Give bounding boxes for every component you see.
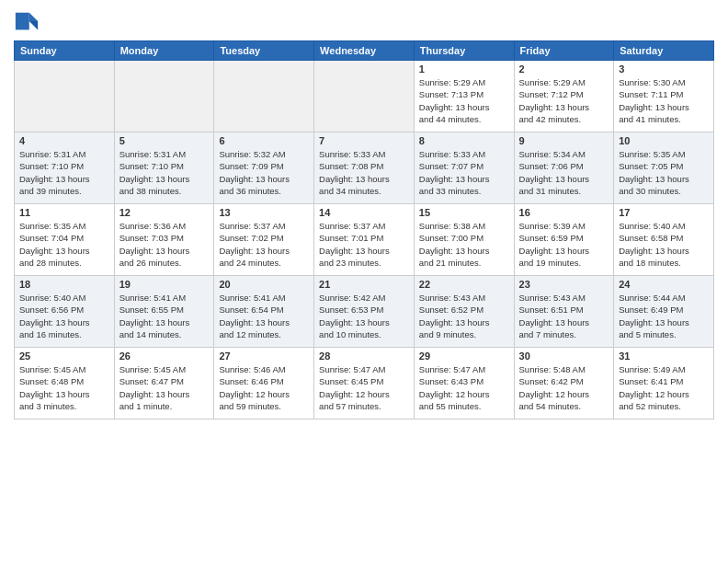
day-info: Sunrise: 5:29 AM Sunset: 7:12 PM Dayligh… (519, 76, 609, 125)
day-info: Sunrise: 5:42 AM Sunset: 6:53 PM Dayligh… (319, 292, 409, 340)
calendar-cell: 15Sunrise: 5:38 AM Sunset: 7:00 PM Dayli… (414, 204, 514, 276)
day-info: Sunrise: 5:29 AM Sunset: 7:13 PM Dayligh… (419, 76, 509, 125)
calendar-cell: 11Sunrise: 5:35 AM Sunset: 7:04 PM Dayli… (15, 204, 115, 276)
day-info: Sunrise: 5:37 AM Sunset: 7:01 PM Dayligh… (319, 220, 409, 269)
day-number: 14 (319, 207, 409, 218)
weekday-header-tuesday: Tuesday (214, 41, 314, 61)
calendar-cell: 4Sunrise: 5:31 AM Sunset: 7:10 PM Daylig… (15, 132, 115, 204)
calendar-cell: 7Sunrise: 5:33 AM Sunset: 7:08 PM Daylig… (314, 132, 415, 204)
day-info: Sunrise: 5:43 AM Sunset: 6:52 PM Dayligh… (419, 292, 509, 340)
day-info: Sunrise: 5:41 AM Sunset: 6:55 PM Dayligh… (119, 292, 210, 340)
day-info: Sunrise: 5:40 AM Sunset: 6:56 PM Dayligh… (19, 292, 109, 340)
day-info: Sunrise: 5:34 AM Sunset: 7:06 PM Dayligh… (519, 148, 609, 197)
calendar-cell: 6Sunrise: 5:32 AM Sunset: 7:09 PM Daylig… (214, 132, 314, 204)
svg-marker-0 (29, 13, 38, 21)
calendar-row-0: 1Sunrise: 5:29 AM Sunset: 7:13 PM Daylig… (15, 61, 714, 132)
calendar-cell (15, 61, 115, 132)
logo (14, 9, 43, 35)
day-number: 25 (19, 350, 109, 362)
day-number: 29 (419, 350, 509, 362)
calendar-header-row: SundayMondayTuesdayWednesdayThursdayFrid… (15, 41, 714, 61)
calendar-cell: 9Sunrise: 5:34 AM Sunset: 7:06 PM Daylig… (514, 132, 614, 204)
day-number: 12 (119, 207, 210, 218)
calendar-cell: 3Sunrise: 5:30 AM Sunset: 7:11 PM Daylig… (614, 61, 714, 132)
calendar-cell (214, 61, 314, 132)
day-number: 30 (519, 350, 609, 362)
logo-icon (14, 9, 40, 35)
calendar-cell: 23Sunrise: 5:43 AM Sunset: 6:51 PM Dayli… (514, 276, 614, 348)
weekday-header-saturday: Saturday (614, 41, 714, 61)
day-number: 21 (319, 279, 409, 290)
calendar-cell: 10Sunrise: 5:35 AM Sunset: 7:05 PM Dayli… (614, 132, 714, 204)
calendar-cell: 28Sunrise: 5:47 AM Sunset: 6:45 PM Dayli… (314, 348, 415, 419)
day-info: Sunrise: 5:36 AM Sunset: 7:03 PM Dayligh… (119, 220, 210, 269)
day-number: 18 (19, 279, 109, 290)
calendar-cell: 5Sunrise: 5:31 AM Sunset: 7:10 PM Daylig… (114, 132, 214, 204)
calendar-cell: 25Sunrise: 5:45 AM Sunset: 6:48 PM Dayli… (15, 348, 115, 419)
calendar: SundayMondayTuesdayWednesdayThursdayFrid… (14, 40, 714, 419)
day-info: Sunrise: 5:48 AM Sunset: 6:42 PM Dayligh… (519, 363, 609, 412)
day-number: 10 (619, 135, 709, 146)
calendar-cell: 22Sunrise: 5:43 AM Sunset: 6:52 PM Dayli… (414, 276, 514, 348)
calendar-cell: 30Sunrise: 5:48 AM Sunset: 6:42 PM Dayli… (514, 348, 614, 419)
calendar-cell: 17Sunrise: 5:40 AM Sunset: 6:58 PM Dayli… (614, 204, 714, 276)
day-number: 5 (119, 135, 210, 146)
day-number: 27 (219, 350, 309, 362)
day-number: 11 (19, 207, 109, 218)
day-info: Sunrise: 5:33 AM Sunset: 7:07 PM Dayligh… (419, 148, 509, 197)
calendar-cell: 8Sunrise: 5:33 AM Sunset: 7:07 PM Daylig… (414, 132, 514, 204)
svg-rect-2 (16, 13, 29, 30)
day-info: Sunrise: 5:31 AM Sunset: 7:10 PM Dayligh… (119, 148, 210, 197)
calendar-cell: 31Sunrise: 5:49 AM Sunset: 6:41 PM Dayli… (614, 348, 714, 419)
day-number: 26 (119, 350, 210, 362)
weekday-header-friday: Friday (514, 41, 614, 61)
day-number: 22 (419, 279, 509, 290)
day-number: 24 (619, 279, 709, 290)
page: SundayMondayTuesdayWednesdayThursdayFrid… (0, 0, 728, 563)
calendar-cell: 2Sunrise: 5:29 AM Sunset: 7:12 PM Daylig… (514, 61, 614, 132)
day-info: Sunrise: 5:32 AM Sunset: 7:09 PM Dayligh… (219, 148, 309, 197)
day-info: Sunrise: 5:45 AM Sunset: 6:47 PM Dayligh… (119, 363, 210, 412)
calendar-cell: 12Sunrise: 5:36 AM Sunset: 7:03 PM Dayli… (114, 204, 214, 276)
day-info: Sunrise: 5:31 AM Sunset: 7:10 PM Dayligh… (19, 148, 109, 197)
day-info: Sunrise: 5:47 AM Sunset: 6:43 PM Dayligh… (419, 363, 509, 412)
day-info: Sunrise: 5:49 AM Sunset: 6:41 PM Dayligh… (619, 363, 709, 412)
weekday-header-monday: Monday (114, 41, 214, 61)
day-number: 4 (19, 135, 109, 146)
day-info: Sunrise: 5:40 AM Sunset: 6:58 PM Dayligh… (619, 220, 709, 269)
day-number: 19 (119, 279, 210, 290)
calendar-cell: 16Sunrise: 5:39 AM Sunset: 6:59 PM Dayli… (514, 204, 614, 276)
weekday-header-wednesday: Wednesday (314, 41, 415, 61)
weekday-header-sunday: Sunday (15, 41, 115, 61)
calendar-cell (114, 61, 214, 132)
day-number: 9 (519, 135, 609, 146)
calendar-cell (314, 61, 415, 132)
day-number: 17 (619, 207, 709, 218)
day-number: 1 (419, 63, 509, 75)
header (14, 9, 714, 35)
calendar-cell: 24Sunrise: 5:44 AM Sunset: 6:49 PM Dayli… (614, 276, 714, 348)
svg-marker-1 (29, 21, 38, 29)
day-number: 13 (219, 207, 309, 218)
day-info: Sunrise: 5:35 AM Sunset: 7:05 PM Dayligh… (619, 148, 709, 197)
day-number: 31 (619, 350, 709, 362)
day-info: Sunrise: 5:37 AM Sunset: 7:02 PM Dayligh… (219, 220, 309, 269)
day-number: 6 (219, 135, 309, 146)
calendar-cell: 29Sunrise: 5:47 AM Sunset: 6:43 PM Dayli… (414, 348, 514, 419)
calendar-cell: 21Sunrise: 5:42 AM Sunset: 6:53 PM Dayli… (314, 276, 415, 348)
calendar-row-1: 4Sunrise: 5:31 AM Sunset: 7:10 PM Daylig… (15, 132, 714, 204)
day-info: Sunrise: 5:39 AM Sunset: 6:59 PM Dayligh… (519, 220, 609, 269)
calendar-cell: 18Sunrise: 5:40 AM Sunset: 6:56 PM Dayli… (15, 276, 115, 348)
day-info: Sunrise: 5:43 AM Sunset: 6:51 PM Dayligh… (519, 292, 609, 340)
day-info: Sunrise: 5:44 AM Sunset: 6:49 PM Dayligh… (619, 292, 709, 340)
calendar-row-2: 11Sunrise: 5:35 AM Sunset: 7:04 PM Dayli… (15, 204, 714, 276)
day-number: 15 (419, 207, 509, 218)
calendar-cell: 14Sunrise: 5:37 AM Sunset: 7:01 PM Dayli… (314, 204, 415, 276)
day-number: 2 (519, 63, 609, 75)
day-number: 8 (419, 135, 509, 146)
day-info: Sunrise: 5:46 AM Sunset: 6:46 PM Dayligh… (219, 363, 309, 412)
calendar-row-4: 25Sunrise: 5:45 AM Sunset: 6:48 PM Dayli… (15, 348, 714, 419)
day-info: Sunrise: 5:30 AM Sunset: 7:11 PM Dayligh… (619, 76, 709, 125)
day-number: 7 (319, 135, 409, 146)
calendar-row-3: 18Sunrise: 5:40 AM Sunset: 6:56 PM Dayli… (15, 276, 714, 348)
